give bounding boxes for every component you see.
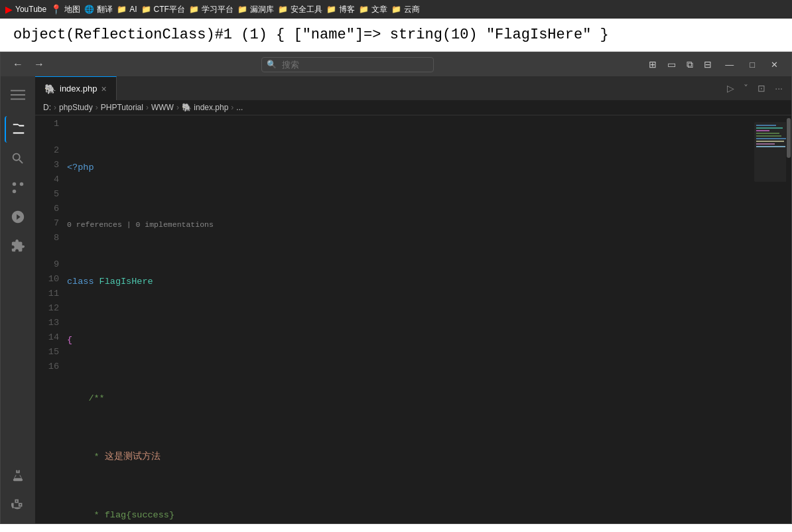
sec-icon: 📁 [278,5,288,14]
scrollbar-thumb[interactable] [787,118,791,158]
activity-source-control[interactable] [5,174,31,201]
close-button[interactable]: ✕ [765,58,783,71]
editor-area: 🐘 index.php × ▷ ˅ ⊡ ··· D: › phpStudy › … [35,76,791,523]
code-line-1: <?php [67,161,752,175]
layout-icon[interactable]: ⊟ [701,58,714,71]
bookmark-sec-label: 安全工具 [291,4,322,15]
php-tab-icon: 🐘 [44,84,56,94]
blog-icon: 📁 [326,5,336,14]
bookmark-maps-label: 地图 [64,4,80,15]
code-line-6: * flag{success} [67,508,752,523]
tab-filename: index.php [60,84,97,94]
vscode-main: 🐘 index.php × ▷ ˅ ⊡ ··· D: › phpStudy › … [1,76,791,523]
learn-icon: 📁 [189,5,199,14]
run-dropdown[interactable]: ˅ [740,82,752,95]
cloud-icon: 📁 [391,5,401,14]
run-button[interactable]: ▷ [724,82,738,95]
activity-flask[interactable] [5,462,31,489]
bookmark-translate[interactable]: 🌐 翻译 [84,4,113,15]
vscode-titlebar: ← → 🔍 ⊞ ▭ ⧉ ⊟ — □ ✕ [1,52,791,76]
output-text: object(ReflectionClass)#1 (1) { ["name"]… [13,27,609,43]
titlebar-icons: ⊞ ▭ ⧉ ⊟ — □ ✕ [646,58,783,72]
search-input[interactable] [261,57,434,72]
minimap [752,115,791,523]
code-line-4: /** [67,391,752,406]
bookmark-learn-label: 学习平台 [202,4,233,15]
back-button[interactable]: ← [9,57,27,72]
split-view-button[interactable]: ⊡ [754,82,769,95]
forward-button[interactable]: → [30,57,48,72]
article-icon: 📁 [359,5,369,14]
bookmark-youtube-label: YouTube [15,5,46,14]
breadcrumb-drive[interactable]: D: [43,103,51,112]
titlebar-nav: ← → [9,57,48,72]
maps-icon: 📍 [50,4,62,15]
bookmark-vulns-label: 漏洞库 [250,4,274,15]
code-content[interactable]: <?php 0 references | 0 implementations c… [67,115,752,523]
svg-rect-0 [11,90,25,92]
bookmark-vulns[interactable]: 📁 漏洞库 [237,4,274,15]
activity-search[interactable] [5,145,31,172]
breadcrumb-phptutorial[interactable]: PHPTutorial [101,103,143,112]
svg-point-3 [13,190,17,194]
bookmark-ai-label: AI [129,5,137,14]
vulns-icon: 📁 [237,5,247,14]
activity-run[interactable] [5,204,31,230]
line-numbers: 1 2 3 4 5 6 7 8 9 10 11 12 13 14 15 [35,115,67,523]
minimap-preview [754,122,787,182]
search-wrapper: 🔍 [261,57,434,72]
code-hint-1: 0 references | 0 implementations [67,219,752,231]
split-editor-icon[interactable]: ⊞ [646,58,659,71]
tab-index-php[interactable]: 🐘 index.php × [35,76,117,100]
breadcrumb: D: › phpStudy › PHPTutorial › WWW › 🐘 in… [35,100,791,115]
more-actions-button[interactable]: ··· [771,82,786,95]
minimize-button[interactable]: — [720,58,739,71]
tab-close-button[interactable]: × [101,84,106,94]
breadcrumb-phpstudy[interactable]: phpStudy [59,103,93,112]
bookmark-article[interactable]: 📁 文章 [359,4,387,15]
titlebar-search-area: 🔍 [54,57,641,72]
toggle-sidebar-icon[interactable]: ⧉ [684,58,696,72]
youtube-icon: ▶ [5,4,13,15]
activity-menu[interactable] [5,82,31,108]
php-output: object(ReflectionClass)#1 (1) { ["name"]… [0,19,792,52]
activity-bar [1,76,35,523]
bookmark-ctf-label: CTF平台 [154,4,185,15]
breadcrumb-www[interactable]: WWW [151,103,174,112]
bookmark-maps[interactable]: 📍 地图 [50,4,80,15]
bookmark-youtube[interactable]: ▶ YouTube [5,4,46,15]
svg-point-4 [20,182,24,186]
activity-explorer[interactable] [5,116,31,143]
svg-rect-2 [11,99,25,100]
toggle-panel-icon[interactable]: ▭ [665,58,679,71]
bookmark-ctf[interactable]: 📁 CTF平台 [141,4,185,15]
ai-bookmark-icon: 📁 [117,5,127,14]
scrollbar-track[interactable] [786,115,791,523]
bookmarks-bar: ▶ YouTube 📍 地图 🌐 翻译 📁 AI 📁 CTF平台 📁 学习平台 … [0,0,792,19]
bookmark-blog-label: 博客 [339,4,355,15]
search-icon: 🔍 [267,60,277,69]
code-line-2: class FlagIsHere [67,275,752,289]
bookmark-translate-label: 翻译 [97,4,113,15]
activity-extensions[interactable] [5,233,31,259]
bookmark-cloud-label: 云商 [404,4,420,15]
bookmark-learn[interactable]: 📁 学习平台 [189,4,233,15]
code-line-5: * 这是测试方法 [67,450,752,464]
bookmark-blog[interactable]: 📁 博客 [326,4,355,15]
translate-icon: 🌐 [84,5,94,14]
bookmark-article-label: 文章 [371,4,387,15]
code-editor[interactable]: 1 2 3 4 5 6 7 8 9 10 11 12 13 14 15 [35,115,791,523]
code-line-3: { [67,333,752,348]
bookmark-sec[interactable]: 📁 安全工具 [278,4,322,15]
bookmark-ai[interactable]: 📁 AI [117,5,137,14]
svg-rect-1 [11,94,25,96]
breadcrumb-file[interactable]: 🐘 index.php [182,103,228,112]
breadcrumb-more[interactable]: ... [236,103,243,112]
activity-docker[interactable] [5,492,31,518]
vscode-window: ← → 🔍 ⊞ ▭ ⧉ ⊟ — □ ✕ [0,52,792,524]
svg-point-5 [13,182,17,186]
tab-bar: 🐘 index.php × ▷ ˅ ⊡ ··· [35,76,791,100]
maximize-button[interactable]: □ [744,58,760,71]
tab-actions: ▷ ˅ ⊡ ··· [724,82,791,95]
bookmark-cloud[interactable]: 📁 云商 [391,4,420,15]
